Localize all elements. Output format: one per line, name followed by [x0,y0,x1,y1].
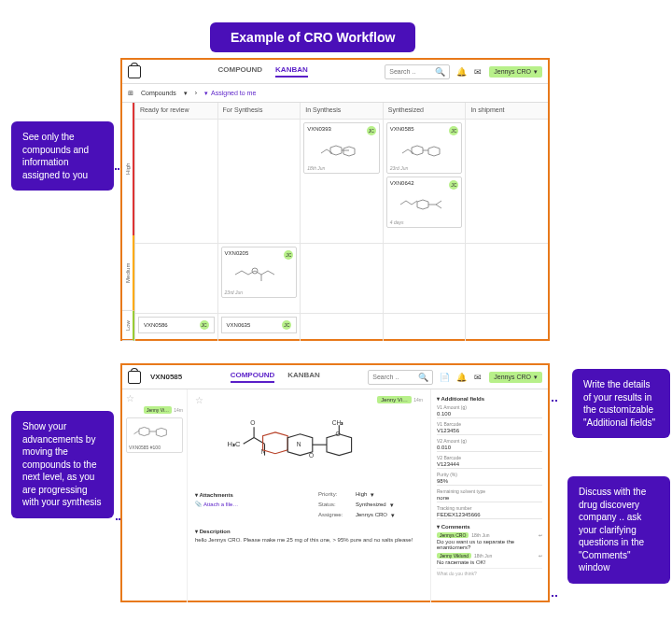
card-date: 18th Jun [307,165,376,171]
svg-marker-4 [428,147,440,156]
comments-header[interactable]: ▾ Comments [437,523,542,530]
svg-marker-7 [156,428,166,436]
comment-text: No racemate is OK! [437,559,542,565]
compound-card[interactable]: VXN0205JC 23rd Jun [221,247,298,298]
search-box[interactable]: 🔍 [368,370,433,385]
svg-marker-11 [263,432,288,454]
col-header: Synthesized [384,103,466,120]
molecule-icon [225,262,294,288]
chevron-down-icon[interactable] [184,90,188,97]
card-date: 23rd Jun [390,165,459,171]
priority-label: Priority: [318,491,352,499]
field-value[interactable]: 0.100 [437,410,542,418]
col-in-synthesis[interactable]: In Synthesis VXN0393JC 18th Jun [301,103,384,341]
scope-label[interactable]: Compounds [141,90,176,96]
field-value[interactable]: V123444 [437,460,542,469]
bell-icon[interactable]: 🔔 [455,372,467,383]
assignee-chip: Jenny Vi… [377,396,412,403]
filter-assigned-to-me[interactable]: ▾ Assigned to me [204,90,256,97]
compound-thumbnail[interactable]: VXN0585 #100 [126,417,183,453]
tab-kanban[interactable]: KANBAN [287,371,320,383]
molecule-structure: H₃C O N N O O CH₃ [195,411,423,486]
compound-card[interactable]: VXN0635 JC [221,317,298,333]
col-for-synthesis[interactable]: For Synthesis VXN0205JC 23rd Jun VXN0635… [218,103,301,341]
thumbnail-label: VXN0585 #100 [129,445,180,450]
status-value[interactable]: Synthesized [356,502,386,509]
user-menu[interactable]: Jennys CRO [489,372,542,383]
tab-compound[interactable]: COMPOUND [218,65,263,78]
col-header: In shipment [466,103,548,120]
compound-card[interactable]: VXN0642JC 4 days [386,177,463,228]
col-in-shipment[interactable]: In shipment [466,103,548,341]
molecule-icon [390,191,459,218]
assignee-chip: Jenny Vi… [144,406,172,414]
comment-author: Jennys CRO [437,532,469,538]
page-title: Example of CRO Workflow [210,22,415,52]
chevron-right-icon[interactable]: › [195,90,197,96]
kanban-columns: Ready for review VXN0586 JC For Synthesi… [135,103,548,341]
search-icon[interactable]: 🔍 [434,66,445,78]
chevron-down-icon[interactable] [371,491,374,499]
tab-compound[interactable]: COMPOUND [231,371,275,383]
search-input[interactable] [389,68,434,75]
document-icon[interactable]: 📄 [439,372,450,383]
priority-value[interactable]: High [356,491,367,499]
app-topbar: COMPOUND KANBAN 🔍 🔔 ✉ Jennys CRO [122,60,548,84]
field-value[interactable]: 98% [437,477,542,486]
reply-icon[interactable]: ↩ [539,532,542,538]
svg-text:O: O [250,419,255,426]
svg-marker-2 [343,147,355,156]
compound-card[interactable]: VXN0586 JC [138,317,215,333]
scope-icon: ⊞ [128,90,133,97]
search-box[interactable]: 🔍 [385,64,450,79]
compound-main: ☆ Jenny Vi… 14m H₃C O N N O O CH₃ ▾ Atta… [188,389,431,602]
mail-icon[interactable]: ✉ [472,66,483,78]
avatar: JC [284,250,293,260]
status-label: Status: [318,502,352,509]
comment-text: Do you want us to separate the enantiome… [437,539,542,550]
col-ready-for-review[interactable]: Ready for review VXN0586 JC [135,103,218,341]
svg-marker-5 [417,200,428,209]
svg-text:CH₃: CH₃ [332,419,344,426]
field-value[interactable]: 0.010 [437,444,542,452]
user-menu[interactable]: Jennys CRO [489,66,542,78]
comment-date: 18th Jun [474,553,492,558]
col-synthesized[interactable]: Synthesized VXN0585JC 23rd Jun VXN0642JC… [384,103,467,341]
field-value[interactable]: none [437,494,542,502]
priority-high: High [122,103,134,235]
compound-id-title: VXN0585 [150,373,182,381]
compound-id: VXN0585 [390,126,414,135]
app-logo-icon [128,65,141,78]
comment-input[interactable]: What do you think? [437,568,542,576]
mail-icon[interactable]: ✉ [472,372,483,383]
compound-id: VXN0393 [307,126,331,135]
field-value[interactable]: V123456 [437,427,542,435]
app-topbar: VXN0585 COMPOUND KANBAN 🔍 📄 🔔 ✉ Jennys C… [122,365,548,389]
kanban-board: High Medium Low Ready for review VXN0586… [122,103,548,341]
chevron-down-icon[interactable] [391,512,395,519]
search-icon[interactable]: 🔍 [417,372,428,383]
compound-card[interactable]: VXN0585JC 23rd Jun [386,122,463,174]
compound-card[interactable]: VXN0393JC 18th Jun [303,122,380,174]
field-value[interactable]: FEDEX12345666 [437,511,542,519]
svg-marker-6 [139,427,149,435]
molecule-icon [390,137,459,163]
attach-file-link[interactable]: 📎 Attach a file… [195,501,300,507]
description-header: ▾ Description [195,528,423,534]
star-icon[interactable]: ☆ [126,393,134,403]
compound-sidebar: ☆ Jenny Vi… 14m VXN0585 #100 [122,389,188,602]
comment-author: Jenny Viklund [437,553,471,558]
app-logo-icon [128,371,141,384]
svg-marker-3 [412,146,423,155]
reply-icon[interactable]: ↩ [539,553,542,558]
star-icon[interactable]: ☆ [195,395,203,405]
filter-icon: ▾ [204,90,208,97]
bell-icon[interactable]: 🔔 [455,66,467,78]
callout-advance: Show your advancements by moving the com… [11,411,114,518]
assignee-value[interactable]: Jennys CRO [356,512,387,519]
additional-fields-header[interactable]: ▾ Additional fields [437,395,542,402]
callout-comments: Discuss with the drug discovery company … [567,476,670,584]
tab-kanban[interactable]: KANBAN [275,65,308,78]
search-input[interactable] [372,374,417,380]
chevron-down-icon[interactable] [390,502,394,509]
